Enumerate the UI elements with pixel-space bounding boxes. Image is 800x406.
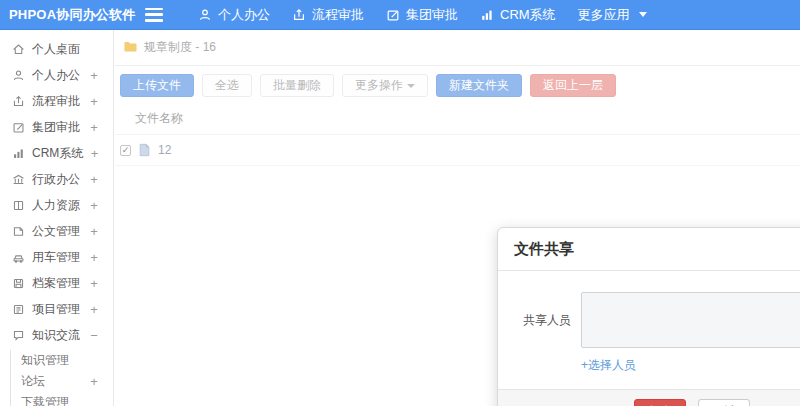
expand-plus-icon[interactable]: + <box>89 276 99 291</box>
breadcrumb-label: 规章制度 - 16 <box>144 39 216 56</box>
app-logo: PHPOA协同办公软件 <box>0 6 145 24</box>
book-icon <box>12 199 25 212</box>
save-button[interactable]: 保存 <box>634 399 686 406</box>
sidebar-item-vehicle-management[interactable]: 用车管理 + <box>0 244 113 270</box>
upload-box-icon <box>12 95 25 108</box>
sidebar-item-document-management[interactable]: 公文管理 + <box>0 218 113 244</box>
file-document-icon <box>138 143 151 157</box>
cancel-button[interactable]: 取消 <box>698 399 750 406</box>
sidebar-item-group-approval[interactable]: 集团审批 + <box>0 114 113 140</box>
sidebar-item-human-resources[interactable]: 人力资源 + <box>0 192 113 218</box>
sidebar-item-crm[interactable]: CRM系统 + <box>0 140 113 166</box>
sidebar-item-personal-desktop[interactable]: 个人桌面 <box>0 36 113 62</box>
sidebar-subitem-knowledge-management[interactable]: 知识管理 <box>11 350 113 371</box>
select-all-button[interactable]: 全选 <box>202 74 252 97</box>
edit-square-icon <box>386 8 400 22</box>
folder-icon <box>123 40 138 56</box>
sidebar-menu: 个人桌面 个人办公 + 流程审批 + 集团审批 + CRM系统 + 行政办公 +… <box>0 30 114 406</box>
expand-plus-icon[interactable]: + <box>89 94 99 109</box>
expand-plus-icon[interactable]: + <box>90 146 99 161</box>
modal-footer: 保存 取消 <box>498 389 800 406</box>
upload-file-button[interactable]: 上传文件 <box>120 74 194 97</box>
file-name-column-header: 文件名称 <box>115 97 800 135</box>
file-name[interactable]: 12 <box>158 143 171 157</box>
knowledge-exchange-submenu: 知识管理 论坛 + 下载管理 <box>10 350 113 406</box>
top-navigation-bar: PHPOA协同办公软件 个人办公 流程审批 集团审批 CRM系统 更多应用 <box>0 0 800 30</box>
nav-workflow-approval[interactable]: 流程审批 <box>281 0 375 30</box>
nav-more-apps[interactable]: 更多应用 <box>567 0 658 30</box>
expand-plus-icon[interactable]: + <box>89 172 99 187</box>
batch-delete-button[interactable]: 批量删除 <box>260 74 334 97</box>
document-icon <box>12 225 25 238</box>
expand-plus-icon[interactable]: + <box>89 250 99 265</box>
bar-chart-icon <box>12 147 25 160</box>
file-share-modal: 文件共享 共享人员 +选择人员 保存 取消 <box>497 227 800 406</box>
home-icon <box>12 43 25 56</box>
menu-toggle-icon[interactable] <box>145 8 163 22</box>
sidebar-subitem-download-management[interactable]: 下载管理 <box>11 392 113 406</box>
collapse-minus-icon[interactable]: − <box>89 328 99 343</box>
sidebar-item-project-management[interactable]: 项目管理 + <box>0 296 113 322</box>
expand-plus-icon[interactable]: + <box>89 302 99 317</box>
sidebar-item-workflow-approval[interactable]: 流程审批 + <box>0 88 113 114</box>
nav-group-approval[interactable]: 集团审批 <box>375 0 469 30</box>
comment-icon <box>12 329 25 342</box>
save-icon <box>12 277 25 290</box>
file-row[interactable]: ✓ 12 <box>115 135 800 166</box>
sidebar-item-personal-office[interactable]: 个人办公 + <box>0 62 113 88</box>
nav-personal-office[interactable]: 个人办公 <box>187 0 281 30</box>
upload-box-icon <box>292 8 306 22</box>
caret-down-icon <box>639 12 647 17</box>
list-icon <box>12 303 25 316</box>
sidebar-subitem-forum[interactable]: 论坛 + <box>11 371 113 392</box>
user-icon <box>12 69 25 82</box>
bar-chart-icon <box>480 8 494 22</box>
edit-square-icon <box>12 121 25 134</box>
expand-plus-icon[interactable]: + <box>89 120 99 135</box>
expand-plus-icon[interactable]: + <box>89 68 99 83</box>
modal-title: 文件共享 <box>498 228 800 271</box>
breadcrumb: 规章制度 - 16 <box>115 30 800 66</box>
file-toolbar: 上传文件 全选 批量删除 更多操作 新建文件夹 返回上一层 <box>115 66 800 97</box>
sidebar-item-archive-management[interactable]: 档案管理 + <box>0 270 113 296</box>
select-people-link[interactable]: +选择人员 <box>581 357 636 374</box>
expand-plus-icon[interactable]: + <box>89 374 99 389</box>
bank-icon <box>12 173 25 186</box>
more-actions-dropdown[interactable]: 更多操作 <box>342 74 428 97</box>
new-folder-button[interactable]: 新建文件夹 <box>436 74 522 97</box>
caret-down-icon <box>407 84 415 88</box>
expand-plus-icon[interactable]: + <box>89 198 99 213</box>
car-icon <box>12 251 25 264</box>
user-icon <box>198 8 212 22</box>
sidebar-item-admin-office[interactable]: 行政办公 + <box>0 166 113 192</box>
sidebar-item-knowledge-exchange[interactable]: 知识交流 − <box>0 322 113 348</box>
modal-body: 共享人员 +选择人员 <box>498 271 800 389</box>
share-people-textarea[interactable] <box>581 292 800 348</box>
row-checkbox[interactable]: ✓ <box>120 145 131 156</box>
nav-crm-system[interactable]: CRM系统 <box>469 0 567 30</box>
go-back-button[interactable]: 返回上一层 <box>530 74 616 97</box>
share-people-label: 共享人员 <box>523 312 571 329</box>
expand-plus-icon[interactable]: + <box>89 224 99 239</box>
